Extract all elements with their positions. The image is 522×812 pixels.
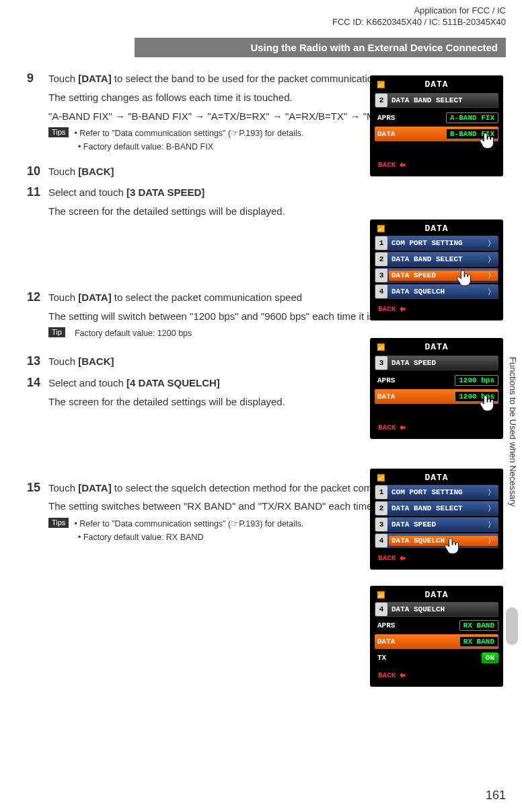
txt-bold: [DATA] [78, 482, 111, 494]
row-number: 3 [375, 356, 387, 370]
chevron-right-icon: 〉 [488, 238, 495, 248]
row-number: 2 [375, 94, 387, 107]
chevron-right-icon: 〉 [488, 487, 495, 498]
step-number: 14 [27, 376, 48, 413]
step-number: 11 [27, 185, 48, 223]
back-arrow-icon [398, 553, 407, 563]
svg-rect-0 [506, 607, 518, 645]
step-11-p2: The screen for the detailed settings wil… [48, 204, 506, 219]
aprs-value: 1200 bps [455, 375, 498, 386]
tx-value: ON [482, 652, 498, 663]
menu-row-data-band-select[interactable]: 2 DATA BAND SELECT [375, 93, 498, 108]
step-11-p1: Select and touch [3 DATA SPEED] [48, 185, 506, 200]
aprs-value: A-BAND FIX [446, 112, 498, 123]
txt: Select and touch [48, 377, 126, 388]
tips-label: Tips [48, 518, 69, 528]
row-number: 3 [375, 269, 387, 282]
txt: Touch [48, 356, 78, 367]
data-row[interactable]: DATA RX BAND [375, 634, 498, 649]
chevron-right-icon: 〉 [488, 536, 495, 546]
row-label: DATA SPEED [392, 271, 436, 279]
tip-bullet: Refer to "Data communication settings" (… [74, 519, 303, 529]
txt: Select and touch [48, 187, 126, 198]
row-label: DATA SQUELCH [392, 287, 445, 296]
row-label: COM PORT SETTING [392, 239, 463, 247]
header-line1: Application for FCC / IC [332, 5, 506, 17]
step-number: 12 [27, 290, 48, 341]
tip-bullet: Refer to "Data communication settings" (… [74, 129, 303, 138]
row-number: 2 [375, 502, 387, 515]
step-number: 15 [27, 481, 48, 544]
menu-row-data-speed[interactable]: 3 DATA SPEED〉 [375, 517, 498, 532]
back-button[interactable]: BACK [375, 552, 410, 564]
step-number: 9 [27, 71, 48, 154]
side-section-label: Functions to be Used when Necessary [506, 357, 518, 599]
chevron-right-icon: 〉 [488, 271, 495, 281]
txt: Factory default value: B-BAND FIX [78, 142, 213, 151]
row-label: DATA BAND SELECT [389, 96, 498, 104]
screen-data-squelch: 📶 DATA 4 DATA SQUELCH APRS RX BAND DATA … [370, 586, 503, 687]
txt: Touch [48, 73, 78, 84]
tap-hand-icon [478, 129, 498, 152]
back-label: BACK [378, 161, 396, 169]
tap-hand-icon [455, 267, 475, 290]
row-label: DATA SPEED [389, 359, 498, 367]
back-button[interactable]: BACK [375, 421, 410, 434]
step-number: 10 [27, 164, 48, 183]
doc-header: Application for FCC / IC FCC ID: K662034… [332, 5, 506, 28]
txt-bold: [4 DATA SQUELCH] [126, 377, 220, 388]
menu-row-com-port[interactable]: 1 COM PORT SETTING〉 [375, 236, 498, 250]
txt-bold: [DATA] [78, 292, 111, 303]
back-arrow-icon [398, 423, 407, 432]
row-number: 4 [375, 285, 387, 298]
txt-bold: [3 DATA SPEED] [126, 187, 204, 198]
txt-bold: [BACK] [78, 356, 114, 367]
row-label: DATA SQUELCH [392, 537, 445, 545]
aprs-row[interactable]: APRS A-BAND FIX [375, 110, 498, 125]
screen-title: DATA [371, 79, 502, 90]
tx-row[interactable]: TX ON [375, 650, 498, 665]
txt: Touch [48, 292, 78, 303]
row-label: COM PORT SETTING [392, 488, 463, 496]
header-line2: FCC ID: K6620345X40 / IC: 511B-20345X40 [332, 17, 506, 28]
row-number: 1 [375, 485, 387, 499]
txt: Touch [48, 166, 78, 177]
chevron-right-icon: 〉 [488, 287, 495, 297]
txt-bold: [DATA] [78, 73, 111, 84]
row-number: 3 [375, 518, 387, 531]
txt: to select the packet communication speed [112, 292, 303, 303]
row-label: DATA SQUELCH [389, 605, 498, 613]
screen-title: DATA [371, 590, 502, 600]
data-label: DATA [375, 638, 459, 646]
chevron-right-icon: 〉 [488, 504, 495, 514]
menu-row-data-speed[interactable]: 3 DATA SPEED [375, 356, 498, 370]
screen-data-speed: 📶 DATA 3 DATA SPEED APRS 1200 bps DATA 1… [370, 338, 503, 439]
menu-row-data-squelch[interactable]: 4 DATA SQUELCH [375, 602, 498, 617]
back-button[interactable]: BACK [375, 669, 410, 681]
screen-data-menu-squelch: 📶 DATA 1 COM PORT SETTING〉 2 DATA BAND S… [370, 469, 503, 570]
tips-label: Tips [48, 127, 69, 137]
tap-hand-icon [443, 535, 463, 557]
row-number: 4 [375, 603, 387, 616]
aprs-row[interactable]: APRS 1200 bps [375, 373, 498, 388]
aprs-row[interactable]: APRS RX BAND [375, 618, 498, 633]
back-button[interactable]: BACK [375, 159, 410, 171]
data-label: DATA [375, 393, 455, 401]
menu-row-data-squelch[interactable]: 4 DATA SQUELCH〉 [375, 284, 498, 299]
back-button[interactable]: BACK [375, 303, 410, 315]
menu-row-com-port[interactable]: 1 COM PORT SETTING〉 [375, 485, 498, 500]
txt: to select the band to be used for the pa… [112, 73, 379, 84]
data-label: DATA [375, 130, 446, 138]
step-11: 11 Select and touch [3 DATA SPEED] The s… [27, 185, 506, 223]
back-label: BACK [378, 554, 396, 562]
menu-row-data-band-select[interactable]: 2 DATA BAND SELECT〉 [375, 252, 498, 267]
screen-title: DATA [371, 473, 502, 483]
row-label: DATA SPEED [392, 520, 436, 529]
back-label: BACK [378, 424, 396, 432]
chevron-right-icon: 〉 [488, 255, 495, 265]
back-arrow-icon [398, 671, 407, 680]
menu-row-data-speed[interactable]: 3 DATA SPEED〉 [375, 268, 498, 283]
menu-row-data-squelch[interactable]: 4 DATA SQUELCH〉 [375, 533, 498, 548]
menu-row-data-band-select[interactable]: 2 DATA BAND SELECT〉 [375, 501, 498, 516]
tx-label: TX [375, 654, 482, 662]
